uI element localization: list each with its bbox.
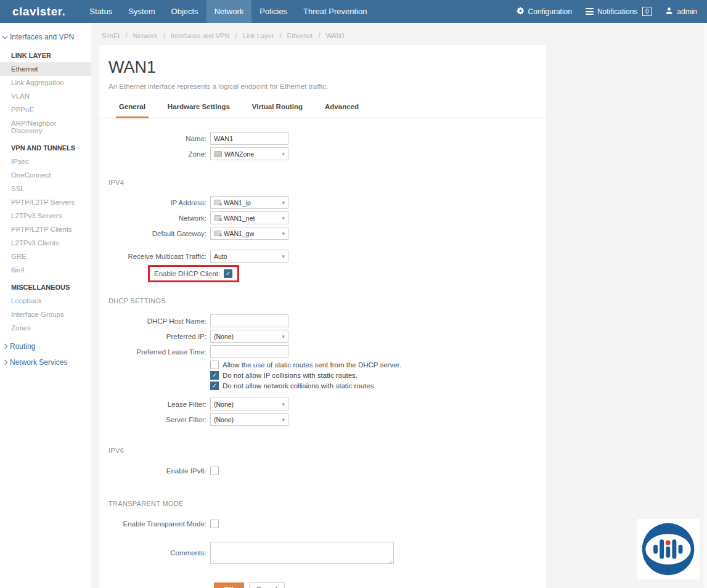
zone-icon [214,151,222,157]
breadcrumb-network[interactable]: Network [133,32,158,39]
allow-static-routes-checkbox[interactable] [210,361,219,369]
name-input[interactable] [210,132,288,145]
sidebar-root-routing[interactable]: Routing [0,338,91,354]
section-header-dhcp-settings: DHCP SETTINGS [108,297,546,304]
sidebar-item-l2tpv3-clients[interactable]: L2TPv3 Clients [0,236,91,250]
sidebar-root-label: Routing [10,342,35,351]
preferred-lease-time-row: Preferred Lease Time: [108,345,546,358]
multicast-label: Receive Multicast Traffic: [108,253,210,260]
sidebar-root-network-services[interactable]: Network Services [0,354,91,370]
sidebar-root-label: Interfaces and VPN [10,33,74,41]
server-filter-select[interactable]: (None) ▾ [210,413,288,426]
chevron-down-icon: ▾ [282,253,285,259]
sidebar-item-l2tpv3-servers[interactable]: L2TPv3 Servers [0,209,91,223]
chevron-right-icon [2,360,7,365]
sidebar-item-pppoe[interactable]: PPPoE [0,103,91,116]
tab-hardware-settings[interactable]: Hardware Settings [165,99,233,118]
section-header-ipv4: IPV4 [108,179,546,186]
lease-filter-label: Lease Filter: [108,401,210,408]
preferred-ip-select[interactable]: (None) ▾ [210,330,288,343]
chevron-down-icon: ▾ [282,231,285,237]
notifications-button[interactable]: Notifications 0 [586,7,652,17]
default-gateway-select[interactable]: 4 WAN1_gw ▾ [210,227,288,240]
configuration-label: Configuration [528,7,572,16]
sidebar-item-interface-groups[interactable]: Interface Groups [0,308,91,321]
network-label: Network: [108,214,210,222]
chevron-down-icon: ▾ [282,417,285,423]
chevron-down-icon: ▾ [282,401,285,407]
nav-item-policies[interactable]: Policies [251,0,295,23]
breadcrumb-simet[interactable]: SimEt [102,32,120,39]
gear-icon [517,7,525,17]
breadcrumb-ethernet[interactable]: Ethernet [287,32,313,39]
notification-count-badge: 0 [642,7,652,16]
sidebar-item-ethernet[interactable]: Ethernet [0,62,91,76]
enable-ipv6-checkbox[interactable] [210,467,219,475]
enable-transparent-mode-label: Enable Transparent Mode: [108,520,210,528]
no-network-collisions-checkbox[interactable]: ✓ [210,382,219,390]
enable-transparent-mode-row: Enable Transparent Mode: [108,520,546,528]
breadcrumb-interfaces-and-vpn[interactable]: Interfaces and VPN [171,32,229,39]
lease-filter-value: (None) [214,401,234,408]
ipv4-address-icon: 4 [214,215,221,221]
sidebar-item-vlan[interactable]: VLAN [0,89,91,103]
nav-item-objects[interactable]: Objects [163,0,206,23]
sidebar-item-pptp-l2tp-servers[interactable]: PPTP/L2TP Servers [0,195,91,209]
ip-collisions-option-row: ✓ Do not allow IP collisions with static… [210,371,546,380]
network-collisions-option-row: ✓ Do not allow network collisions with s… [210,382,546,390]
dhcp-client-highlight-box: Enable DHCP Client: ✓ [148,265,239,282]
sidebar-item-ssl[interactable]: SSL [0,182,91,195]
sidebar-item-pptp-l2tp-clients[interactable]: PPTP/L2TP Clients [0,223,91,236]
sidebar-item-oneconnect[interactable]: OneConnect [0,168,91,182]
multicast-select[interactable]: Auto ▾ [210,250,288,263]
tab-virtual-routing[interactable]: Virtual Routing [249,99,306,118]
network-select[interactable]: 4 WAN1_net ▾ [210,211,288,224]
sidebar-item-link-aggregation[interactable]: Link Aggregation [0,76,91,89]
sidebar-item-arp-neighbor-discovery[interactable]: ARP/Neighbor Discovery [0,116,91,137]
tab-advanced[interactable]: Advanced [322,99,362,118]
sidebar-item-6in4[interactable]: 6in4 [0,263,91,277]
configuration-button[interactable]: Configuration [517,7,572,17]
tab-general[interactable]: General [116,99,149,118]
zone-select[interactable]: WANZone ▾ [210,147,288,160]
notifications-label: Notifications [597,7,637,16]
page-subtitle: An Ethernet interface represents a logic… [108,83,546,90]
dhcp-client-checkbox[interactable]: ✓ [224,269,232,278]
breadcrumb-wan1[interactable]: WAN1 [325,32,345,39]
user-menu[interactable]: admin [665,7,697,17]
server-filter-row: Server Filter: (None) ▾ [108,413,546,426]
breadcrumb-link-layer[interactable]: Link Layer [243,32,274,39]
breadcrumb-separator: / [163,32,165,39]
nav-item-system[interactable]: System [120,0,163,23]
sidebar-item-ipsec[interactable]: IPsec [0,155,91,168]
page-scrollbar[interactable] [703,23,707,588]
ok-button[interactable]: OK [214,582,244,588]
nav-item-network[interactable]: Network [206,0,252,23]
nav-item-status[interactable]: Status [81,0,120,23]
sidebar-item-loopback[interactable]: Loopback [0,294,91,308]
comments-textarea[interactable] [210,542,394,564]
default-gateway-row: Default Gateway: 4 WAN1_gw ▾ [108,227,546,240]
user-icon [665,7,673,17]
comments-row: Comments: [108,542,546,566]
preferred-lease-time-input[interactable] [210,345,288,358]
breadcrumb-separator: / [279,32,281,39]
lease-filter-select[interactable]: (None) ▾ [210,398,288,410]
sidebar-item-zones[interactable]: Zones [0,321,91,335]
notifications-icon [586,7,594,17]
breadcrumb-separator: / [125,32,127,39]
cancel-button[interactable]: Cancel [249,582,285,588]
chevron-down-icon: ▾ [282,333,285,340]
clavister-logo[interactable]: clavister. [0,0,81,23]
sidebar-group-link-layer: LINK LAYER [0,45,91,62]
nav-item-threat-prevention[interactable]: Threat Prevention [295,0,375,23]
sidebar-item-gre[interactable]: GRE [0,250,91,263]
sidebar-root-interfaces-and-vpn[interactable]: Interfaces and VPN [0,29,91,45]
dhcp-host-name-input[interactable] [210,314,288,327]
enable-transparent-mode-checkbox[interactable] [210,520,219,528]
no-ip-collisions-checkbox[interactable]: ✓ [210,371,219,380]
comments-label: Comments: [108,549,210,557]
no-ip-collisions-label: Do not allow IP collisions with static r… [223,372,358,379]
preferred-ip-row: Preferred IP: (None) ▾ [108,330,546,343]
ip-address-select[interactable]: 4 WAN1_ip ▾ [210,196,288,209]
